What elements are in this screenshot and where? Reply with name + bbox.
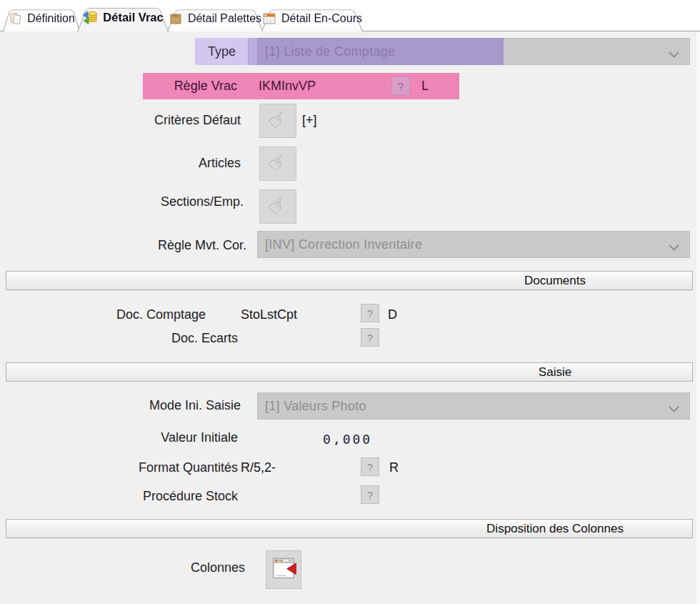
chevron-down-icon xyxy=(669,48,679,61)
format-quantites-field[interactable]: R/5,2- xyxy=(241,460,276,475)
right-edge-strip xyxy=(696,32,700,604)
window-schedule-icon xyxy=(262,11,276,26)
valeur-initiale-label: Valeur Initiale xyxy=(38,430,238,445)
format-quantites-help-button[interactable]: ? xyxy=(361,457,379,476)
doc-comptage-help-button[interactable]: ? xyxy=(361,304,379,322)
type-select-value: [1] Liste de Comptage xyxy=(258,44,395,59)
format-quantites-label: Format Quantités xyxy=(38,460,238,475)
sections-emp-picker-button[interactable]: ☞ xyxy=(259,189,296,224)
type-select[interactable]: [1] Liste de Comptage xyxy=(257,38,690,65)
criteres-defaut-picker-button[interactable]: ☞ xyxy=(259,104,296,138)
chevron-down-icon xyxy=(669,402,679,415)
disposition-colonnes-section-title: Disposition des Colonnes xyxy=(486,522,624,536)
procedure-stock-help-button[interactable]: ? xyxy=(361,485,379,504)
criteres-defaut-suffix: [+] xyxy=(302,113,317,128)
sections-emp-label: Sections/Emp. xyxy=(44,194,244,209)
hand-pointer-icon: ☞ xyxy=(262,147,293,178)
coins-transfer-icon xyxy=(82,9,98,25)
doc-comptage-label: Doc. Comptage xyxy=(116,307,212,322)
documents-icon xyxy=(8,11,22,26)
colonnes-label: Colonnes xyxy=(45,560,245,575)
criteres-defaut-label: Critères Défaut xyxy=(41,113,241,128)
tab-detail-palettes[interactable]: Détail Palettes xyxy=(167,5,263,31)
doc-comptage-flag: D xyxy=(388,307,397,322)
tab-bar: Définition Détail Vrac xyxy=(0,0,700,31)
regle-vrac-flag: L xyxy=(421,79,429,94)
doc-ecarts-label: Doc. Ecarts xyxy=(38,331,238,346)
regle-mvt-cor-value: [INV] Correction Inventaire xyxy=(258,237,422,252)
saisie-section-bar: Saisie xyxy=(6,362,693,382)
regle-vrac-field[interactable]: IKMInvVP xyxy=(259,79,316,94)
valeur-initiale-field[interactable]: 0,000 xyxy=(323,432,372,447)
tab-detail-vrac-label: Détail Vrac xyxy=(103,11,163,24)
tab-detail-vrac[interactable]: Détail Vrac xyxy=(77,2,169,32)
tab-detail-en-cours[interactable]: Détail En-Cours xyxy=(261,5,363,31)
hand-pointer-icon: ☞ xyxy=(262,189,293,221)
documents-section-title: Documents xyxy=(524,274,586,288)
procedure-stock-label: Procédure Stock xyxy=(38,489,238,504)
documents-section-bar: Documents xyxy=(6,271,693,290)
regle-vrac-label: Règle Vrac xyxy=(37,79,237,94)
regle-mvt-cor-select[interactable]: [INV] Correction Inventaire xyxy=(257,231,690,258)
chevron-down-icon xyxy=(669,241,679,254)
disposition-colonnes-section-bar: Disposition des Colonnes xyxy=(6,519,693,538)
detail-vrac-page: Définition Détail Vrac xyxy=(0,0,700,604)
articles-label: Articles xyxy=(41,156,241,171)
hand-pointer-icon: ☞ xyxy=(262,104,293,135)
tab-definition-label: Définition xyxy=(27,12,75,25)
colonnes-layout-button[interactable] xyxy=(266,550,301,589)
tab-detail-palettes-label: Détail Palettes xyxy=(188,12,261,25)
doc-ecarts-help-button[interactable]: ? xyxy=(361,328,379,347)
mode-ini-saisie-select[interactable]: [1] Valeurs Photo xyxy=(257,392,690,420)
type-label: Type xyxy=(208,44,236,59)
regle-mvt-cor-label: Règle Mvt. Cor. xyxy=(46,238,246,253)
tab-detail-en-cours-label: Détail En-Cours xyxy=(281,12,362,25)
regle-vrac-help-button[interactable]: ? xyxy=(391,76,410,95)
mode-ini-saisie-value: [1] Valeurs Photo xyxy=(258,399,366,414)
carton-box-icon xyxy=(169,11,183,26)
column-layout-icon xyxy=(270,554,297,585)
saisie-section-title: Saisie xyxy=(539,365,571,380)
mode-ini-saisie-label: Mode Ini. Saisie xyxy=(41,398,241,413)
type-label-highlight: Type xyxy=(195,38,249,65)
doc-comptage-field[interactable]: StoLstCpt xyxy=(241,307,297,322)
articles-picker-button[interactable]: ☞ xyxy=(259,147,296,181)
format-quantites-flag: R xyxy=(389,460,399,475)
tab-definition[interactable]: Définition xyxy=(3,5,80,31)
